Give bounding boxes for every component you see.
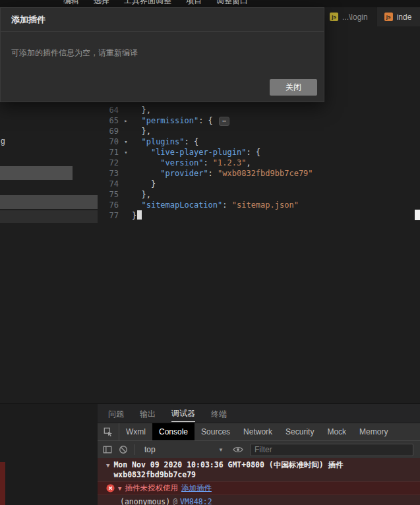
close-button[interactable]: 关闭 xyxy=(270,79,317,96)
code-text: } xyxy=(132,210,142,221)
line-number: 73 xyxy=(98,168,120,179)
panel-tab[interactable]: 终端 xyxy=(211,405,227,422)
devtools-tab[interactable]: Console xyxy=(152,423,195,440)
panel-tab[interactable]: 问题 xyxy=(108,405,124,422)
error-icon xyxy=(106,484,115,492)
code-line: 64 }, xyxy=(98,105,415,115)
toolbar-divider xyxy=(135,444,135,455)
editor-tabs: js...\loginjsinde xyxy=(322,7,420,26)
code-line: 74 } xyxy=(98,179,415,189)
console-sidebar-toggle[interactable] xyxy=(103,445,112,454)
panel-tabs: 问题输出调试器终端 xyxy=(98,404,420,423)
code-text: "plugins": { xyxy=(132,136,198,147)
console-group-header[interactable]: ▼ Mon Nov 09 2020 10:03:36 GMT+0800 (中国标… xyxy=(98,458,420,482)
console-output: ▼ Mon Nov 09 2020 10:03:36 GMT+0800 (中国标… xyxy=(98,458,420,505)
stack-at-separator: @ xyxy=(173,497,177,505)
inspect-icon xyxy=(104,427,113,436)
stack-function: (anonymous) xyxy=(120,497,170,505)
js-file-icon: js xyxy=(384,13,393,21)
console-group-text: Mon Nov 09 2020 10:03:36 GMT+0800 (中国标准时… xyxy=(113,460,415,479)
console-error-row: ▼ 插件未授权使用 添加插件 xyxy=(98,482,420,495)
devtools-tab[interactable]: Wxml xyxy=(119,423,152,440)
fold-gutter xyxy=(120,179,132,189)
editor-tab[interactable]: jsinde xyxy=(376,7,420,26)
fold-gutter xyxy=(120,189,132,200)
code-line: 75 }, xyxy=(98,189,415,200)
devtools-tabs: WxmlConsoleSourcesNetworkSecurityMockMem… xyxy=(119,423,394,440)
menu-item[interactable]: 调整窗口 xyxy=(216,0,248,7)
code-line: 69 }, xyxy=(98,126,415,136)
devtools-tab-bar: WxmlConsoleSourcesNetworkSecurityMockMem… xyxy=(98,423,420,440)
code-text: "version": "1.2.3", xyxy=(132,158,251,168)
fold-expanded-icon[interactable]: ▾ xyxy=(120,147,132,158)
error-indicator-strip xyxy=(0,462,5,505)
devtools-tab[interactable]: Memory xyxy=(353,423,394,440)
line-number: 77 xyxy=(98,210,120,221)
add-plugin-link[interactable]: 添加插件 xyxy=(181,483,212,493)
code-text: "sitemapLocation": "sitemap.json" xyxy=(132,200,299,210)
error-message: 插件未授权使用 xyxy=(125,483,178,493)
fold-gutter xyxy=(120,210,132,221)
collapse-triangle-icon[interactable]: ▼ xyxy=(118,485,121,492)
line-number: 72 xyxy=(98,158,120,168)
fold-gutter xyxy=(120,105,132,115)
menu-item[interactable]: 工具界面调整 xyxy=(124,0,171,7)
editor-tab-label: ...\login xyxy=(342,13,368,22)
panel-tab[interactable]: 调试器 xyxy=(171,405,195,422)
menu-item[interactable]: 项目 xyxy=(186,0,202,7)
sidebar-list-item[interactable] xyxy=(0,166,73,180)
text-cursor xyxy=(137,210,142,220)
line-number: 74 xyxy=(98,179,120,189)
menu-items: 编辑选择工具界面调整项目调整窗口 xyxy=(63,0,248,7)
line-number: 64 xyxy=(98,105,120,115)
line-number: 71 xyxy=(98,147,120,158)
menu-item[interactable]: 选择 xyxy=(94,0,109,7)
console-filter-input[interactable] xyxy=(250,444,413,456)
editor-lines: 64 },65▸ "permission": { ⋯69 },70▾ "plug… xyxy=(98,105,415,221)
collapse-triangle-icon[interactable]: ▼ xyxy=(106,462,109,469)
fold-expanded-icon[interactable]: ▾ xyxy=(120,136,132,147)
left-sidebar: g xyxy=(0,102,98,403)
fold-collapsed-icon[interactable]: ▸ xyxy=(120,115,132,126)
panel-tab[interactable]: 输出 xyxy=(140,405,156,422)
js-context-selector[interactable]: top ▼ xyxy=(142,444,226,456)
sidebar-list-item[interactable] xyxy=(0,210,98,223)
add-plugin-dialog: 添加插件 可添加的插件信息为空，请重新编译 关闭 xyxy=(0,7,324,102)
stack-location-link[interactable]: VM848:2 xyxy=(180,497,212,505)
code-text: "live-player-plugin": { xyxy=(132,147,260,158)
editor-tab[interactable]: js...\login xyxy=(322,7,376,26)
line-number: 69 xyxy=(98,126,120,136)
menu-item[interactable]: 编辑 xyxy=(63,0,79,7)
code-text: "permission": { ⋯ xyxy=(132,115,229,126)
scrollbar-thumb[interactable] xyxy=(415,210,420,220)
devtools-tab[interactable]: Network xyxy=(237,423,279,440)
code-text: }, xyxy=(132,189,151,200)
devtools-window: 编辑选择工具界面调整项目调整窗口 js...\loginjsinde g 64 … xyxy=(0,0,420,505)
code-line: 65▸ "permission": { ⋯ xyxy=(98,115,415,126)
console-stack-row: (anonymous)@VM848:2 xyxy=(98,495,420,505)
editor-scrollbar[interactable] xyxy=(415,26,420,403)
code-line: 72 "version": "1.2.3", xyxy=(98,158,415,168)
sidebar-list-item[interactable] xyxy=(0,195,98,209)
clear-console-button[interactable] xyxy=(119,445,128,454)
code-text: } xyxy=(132,179,156,189)
line-number: 65 xyxy=(98,115,120,126)
line-number: 70 xyxy=(98,136,120,147)
code-line: 77} xyxy=(98,210,415,221)
editor-tab-label: inde xyxy=(397,13,412,22)
live-expression-button[interactable] xyxy=(233,446,243,454)
devtools-tab[interactable]: Sources xyxy=(195,423,237,440)
devtools-tab[interactable]: Mock xyxy=(320,423,353,440)
dropdown-arrow-icon: ▼ xyxy=(218,447,224,453)
fold-gutter xyxy=(120,168,132,179)
line-number: 76 xyxy=(98,200,120,210)
inspect-element-button[interactable] xyxy=(98,423,119,440)
console-toolbar: top ▼ xyxy=(98,440,420,458)
fold-gutter xyxy=(120,200,132,210)
code-text: "provider": "wxb0832fbd9bb7ce79" xyxy=(132,168,313,179)
devtools-tab[interactable]: Security xyxy=(279,423,320,440)
code-text: }, xyxy=(132,126,151,136)
clear-console-icon xyxy=(119,445,128,454)
code-line: 71▾ "live-player-plugin": { xyxy=(98,147,415,158)
menu-bar: 编辑选择工具界面调整项目调整窗口 xyxy=(0,0,420,7)
